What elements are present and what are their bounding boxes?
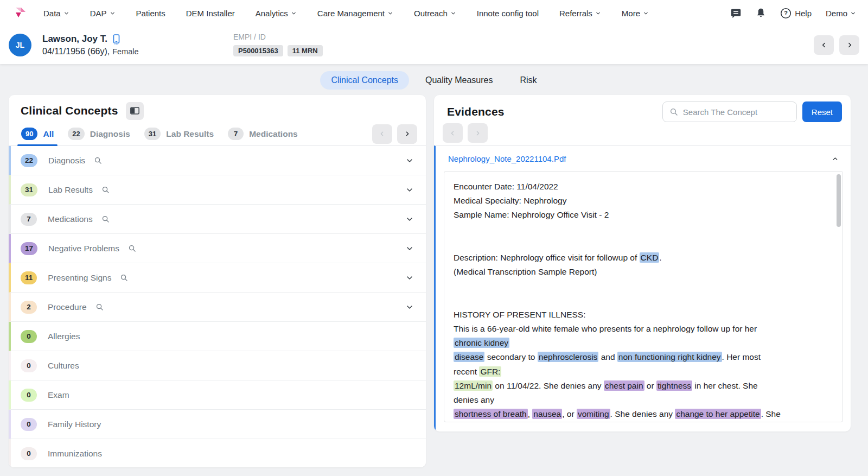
patient-pager: [814, 35, 859, 55]
tab-quality-measures[interactable]: Quality Measures: [414, 71, 504, 90]
patient-next-button[interactable]: [839, 35, 859, 55]
nav-item-patients[interactable]: Patients: [136, 9, 165, 18]
concept-highlight[interactable]: chronic kidney: [454, 338, 509, 348]
category-row-negative-problems[interactable]: 17Negative Problems: [9, 234, 426, 263]
category-label: Negative Problems: [48, 244, 119, 253]
nav-item-referrals[interactable]: Referrals: [559, 9, 601, 18]
doc-text-segment: Description: Nephrology office visit for…: [454, 253, 640, 262]
doc-text-segment: . She: [761, 409, 781, 418]
demo-label: Demo: [826, 9, 847, 18]
concept-highlight[interactable]: shortness of breath: [454, 409, 528, 419]
concept-highlight[interactable]: CKD: [640, 252, 660, 263]
search-icon[interactable]: [128, 244, 136, 252]
evidence-next-button[interactable]: [468, 123, 488, 143]
category-count-badge: 17: [21, 242, 37, 255]
nav-item-outreach[interactable]: Outreach: [414, 9, 456, 18]
search-icon[interactable]: [95, 303, 104, 311]
document-filename[interactable]: Nephrology_Note_20221104.Pdf: [448, 154, 566, 163]
chevron-down-icon: [291, 10, 297, 16]
mrn-badge: 11 MRN: [288, 45, 323, 56]
concept-highlight[interactable]: tightness: [656, 380, 692, 391]
filter-tabs: 90All22Diagnosis31Lab Results7Medication…: [14, 122, 305, 145]
chevron-down-icon: [63, 10, 69, 16]
doc-line: [454, 223, 833, 237]
nav-item-label: Innote config tool: [477, 9, 539, 18]
filter-count-badge: 22: [68, 128, 84, 140]
filter-tab-all[interactable]: 90All: [14, 122, 61, 145]
doc-text-segment: This is a 66-year-old white female who p…: [454, 324, 757, 333]
filter-tab-lab-results[interactable]: 31Lab Results: [137, 122, 221, 145]
nav-item-dem-installer[interactable]: DEM Installer: [186, 9, 235, 18]
category-row-exam[interactable]: 0Exam: [9, 380, 426, 410]
doc-text-segment: on 11/04/22. She denies any: [493, 381, 604, 390]
category-row-allergies[interactable]: 0Allergies: [9, 322, 426, 351]
notifications-bell-icon[interactable]: [756, 8, 766, 19]
search-icon[interactable]: [101, 186, 110, 194]
chevron-down-icon[interactable]: [405, 156, 414, 165]
search-icon[interactable]: [120, 274, 128, 282]
category-row-procedure[interactable]: 2Procedure: [9, 293, 426, 322]
concept-highlight[interactable]: change to her appetite: [675, 409, 761, 419]
concept-highlight[interactable]: GFR:: [479, 366, 501, 377]
demo-menu[interactable]: Demo: [826, 9, 856, 18]
chevron-up-icon[interactable]: [832, 155, 839, 162]
chevron-down-icon[interactable]: [405, 186, 414, 194]
scrollbar-thumb[interactable]: [837, 174, 841, 227]
doc-line: Encounter Date: 11/04/2022: [454, 180, 833, 194]
category-row-family-history[interactable]: 0Family History: [9, 410, 426, 439]
filters-next-button[interactable]: [397, 124, 417, 144]
category-row-presenting-signs[interactable]: 11Presenting Signs: [9, 263, 426, 293]
chat-icon[interactable]: [730, 8, 742, 19]
concept-highlight[interactable]: chest pain: [604, 380, 644, 391]
nav-item-innote-config-tool[interactable]: Innote config tool: [477, 9, 539, 18]
tab-clinical-concepts[interactable]: Clinical Concepts: [320, 71, 409, 90]
concept-highlight[interactable]: non functioning right kidney: [617, 352, 722, 362]
concept-highlight[interactable]: vomiting: [577, 409, 610, 419]
nav-item-analytics[interactable]: Analytics: [256, 9, 297, 18]
chevron-down-icon[interactable]: [405, 215, 414, 224]
help-button[interactable]: ? Help: [780, 8, 812, 19]
filter-tab-diagnosis[interactable]: 22Diagnosis: [61, 122, 137, 145]
doc-text-segment: Medical Specialty: Nephrology: [454, 196, 567, 205]
search-icon[interactable]: [94, 156, 102, 164]
category-row-diagnosis[interactable]: 22Diagnosis: [9, 146, 426, 175]
filter-tab-medications[interactable]: 7Medications: [221, 122, 305, 145]
patient-prev-button[interactable]: [814, 35, 834, 55]
doc-line: shortness of breath, nausea, or vomiting…: [454, 407, 833, 421]
concept-highlight[interactable]: disease: [454, 352, 484, 362]
concept-highlight[interactable]: nausea: [532, 409, 562, 419]
chevron-down-icon[interactable]: [405, 303, 414, 312]
concept-highlight[interactable]: nephrosclerosis: [538, 352, 599, 362]
nav-item-more[interactable]: More: [622, 9, 649, 18]
nav-item-data[interactable]: Data: [43, 9, 69, 18]
patient-dob: 04/11/1956 (66y),: [42, 47, 110, 56]
doc-text-segment: (Medical Transcription Sample Report): [454, 267, 597, 276]
nav-item-dap[interactable]: DAP: [90, 9, 116, 18]
tab-risk[interactable]: Risk: [509, 71, 548, 90]
category-label: Immunizations: [48, 449, 102, 459]
concept-highlight[interactable]: 12mL/min: [454, 380, 493, 391]
category-count-badge: 0: [21, 418, 37, 431]
category-row-medications[interactable]: 7Medications: [9, 205, 426, 234]
phone-icon[interactable]: [113, 34, 120, 45]
category-row-cultures[interactable]: 0Cultures: [9, 351, 426, 380]
split-view-button[interactable]: [126, 102, 144, 120]
concept-search-input[interactable]: [683, 107, 790, 117]
search-icon[interactable]: [101, 215, 110, 223]
evidence-prev-button[interactable]: [443, 123, 463, 143]
category-row-lab-results[interactable]: 31Lab Results: [9, 175, 426, 205]
brand-logo-icon[interactable]: [12, 5, 28, 21]
category-count-badge: 0: [21, 447, 37, 460]
reset-button[interactable]: Reset: [802, 101, 842, 122]
filter-label: Lab Results: [166, 129, 214, 139]
filter-label: Diagnosis: [90, 129, 130, 139]
category-count-badge: 0: [21, 389, 37, 402]
category-row-immunizations[interactable]: 0Immunizations: [9, 439, 426, 467]
chevron-down-icon[interactable]: [405, 274, 414, 282]
filters-prev-button[interactable]: [372, 124, 392, 144]
chevron-down-icon[interactable]: [405, 244, 414, 253]
category-count-badge: 11: [21, 271, 37, 284]
document-accordion-header[interactable]: Nephrology_Note_20221104.Pdf: [436, 146, 851, 171]
nav-item-care-management[interactable]: Care Management: [317, 9, 393, 18]
category-count-badge: 7: [21, 213, 37, 226]
